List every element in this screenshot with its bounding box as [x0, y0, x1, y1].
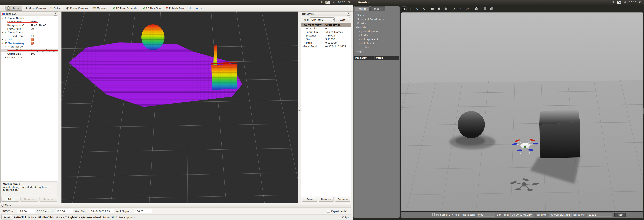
- session-gear-icon[interactable]: ⚙: [639, 1, 642, 4]
- views-tree-row[interactable]: ▸Focal Point-0.33742; 0.4605...: [301, 45, 351, 48]
- select-button[interactable]: Select: [49, 6, 64, 11]
- close-icon[interactable]: ×: [347, 12, 350, 16]
- enabled-checkbox[interactable]: ✓: [31, 38, 34, 41]
- view-property-value[interactable]: 3.11039: [324, 38, 351, 41]
- reset-button[interactable]: Reset: [2, 215, 12, 219]
- view-property-value[interactable]: -0.33742; 0.4605...: [324, 45, 351, 48]
- tree-expand-icon[interactable]: ▸: [359, 30, 361, 33]
- view-type-select[interactable]: Orbit (rviz) ▲▼: [310, 18, 334, 22]
- tree-collapse-icon[interactable]: ▾: [2, 17, 4, 19]
- value-column-header[interactable]: Value: [374, 56, 383, 59]
- remove-tool-button[interactable]: −: [194, 7, 199, 10]
- property-value[interactable]: 100: [31, 52, 35, 55]
- network-indicator-icon[interactable]: ⇅: [321, 1, 323, 4]
- displays-tree-row[interactable]: Queue Size100: [0, 52, 58, 56]
- clock-indicator[interactable]: 10:20: [338, 1, 345, 4]
- select-mode-button[interactable]: [402, 7, 406, 11]
- insert-cylinder-button[interactable]: [443, 7, 448, 11]
- time-field-input[interactable]: [134, 209, 152, 213]
- keyboard-layout-indicator[interactable]: En: [326, 1, 330, 4]
- session-gear-icon[interactable]: ⚙: [348, 1, 350, 4]
- remove-display-button[interactable]: Remove: [20, 197, 38, 202]
- tab-insert[interactable]: Insert: [370, 7, 385, 11]
- zero-view-button[interactable]: Zero: [336, 17, 350, 22]
- toolbar-grip[interactable]: [2, 6, 4, 10]
- enabled-checkbox[interactable]: ✓: [31, 42, 34, 45]
- gazebo-tree-item-models[interactable]: ▾Models: [354, 25, 400, 29]
- save-view-button[interactable]: Save: [302, 197, 317, 202]
- tree-expand-icon[interactable]: ▸: [302, 45, 304, 47]
- tree-expand-icon[interactable]: ▸: [4, 46, 6, 48]
- spinner-arrows-icon[interactable]: ▲▼: [333, 19, 334, 21]
- add-tool-button[interactable]: +: [188, 7, 193, 10]
- interact-button[interactable]: Interact: [6, 6, 22, 11]
- rotate-mode-button[interactable]: ↻: [415, 7, 420, 11]
- unit-box[interactable]: [539, 108, 580, 158]
- close-icon[interactable]: ×: [347, 204, 350, 207]
- gazebo-tree-item-scene[interactable]: Scene: [354, 13, 400, 17]
- view-property-value[interactable]: 0.835398: [324, 41, 351, 44]
- views-tree-row[interactable]: ▾Current ViewOrbit (rviz): [301, 23, 351, 27]
- tree-expand-icon[interactable]: ▸: [359, 39, 361, 41]
- tool-dropdown-icon[interactable]: ▼: [201, 7, 202, 9]
- tree-collapse-icon[interactable]: ▾: [355, 26, 357, 28]
- rename-display-button[interactable]: Rename: [40, 197, 57, 202]
- tree-expand-icon[interactable]: ▸: [359, 35, 361, 37]
- rename-view-button[interactable]: Rename: [335, 197, 350, 202]
- gazebo-reset-button[interactable]: Reset: [614, 213, 626, 217]
- insert-box-button[interactable]: [430, 7, 435, 11]
- tree-collapse-icon[interactable]: ▾: [2, 31, 4, 33]
- screenshot-button[interactable]: [474, 7, 478, 11]
- column-divider[interactable]: [324, 23, 324, 196]
- gazebo-tree-item-link[interactable]: link: [354, 45, 400, 50]
- displays-tree-row[interactable]: ▾✓Global Status:...: [0, 31, 58, 34]
- move-camera-button[interactable]: Move Camera: [24, 6, 48, 11]
- displays-tree-row[interactable]: ✓Fixed FrameOK: [0, 34, 58, 38]
- displays-tree-row[interactable]: Frame Rate30: [0, 27, 58, 31]
- pose-estimate-button[interactable]: 2D Pose Estimate: [110, 6, 139, 11]
- gazebo-tree-item-ground-plane[interactable]: ▸ground_plane: [354, 29, 400, 33]
- steps-label[interactable]: Steps: 1: [440, 213, 450, 216]
- sound-muted-icon[interactable]: [332, 1, 335, 4]
- time-field-input[interactable]: [90, 209, 114, 213]
- focus-camera-button[interactable]: Focus Camera: [64, 6, 90, 11]
- color-swatch[interactable]: [31, 24, 33, 26]
- displays-tree-row[interactable]: ▸◇Grid✓: [0, 38, 58, 41]
- gazebo-3d-viewport[interactable]: Steps: 1 ▼ Real Time Factor: 0.88 Sim Ti…: [401, 13, 643, 218]
- publish-point-button[interactable]: Publish Point: [164, 6, 186, 11]
- unit-sphere[interactable]: [458, 111, 485, 138]
- displays-tree-row[interactable]: ▾MarkerArray✓: [0, 41, 58, 45]
- measure-button[interactable]: Measure: [91, 6, 109, 11]
- tree-expand-icon[interactable]: ▸: [4, 56, 6, 58]
- displays-panel-titlebar[interactable]: Displays ×: [0, 12, 58, 16]
- keyboard-layout-indicator[interactable]: En: [617, 1, 621, 4]
- property-value[interactable]: 30: [31, 28, 34, 30]
- view-property-value[interactable]: Orbit (rviz): [324, 24, 351, 26]
- clock-indicator[interactable]: 10:20: [629, 1, 636, 4]
- point-light-button[interactable]: ☀: [452, 7, 457, 11]
- step-button[interactable]: [436, 213, 438, 216]
- gazebo-tree-item-unit-box-1[interactable]: ▾unit_box_1: [354, 41, 400, 45]
- insert-sphere-button[interactable]: [437, 7, 442, 11]
- time-field-input[interactable]: [55, 209, 73, 213]
- displays-tree-row[interactable]: ▸✓Status: Ok: [0, 45, 58, 49]
- pause-button[interactable]: [432, 213, 434, 216]
- tab-world[interactable]: World: [354, 7, 370, 11]
- views-tree-row[interactable]: Near Clip ...0.01: [301, 27, 351, 30]
- rviz-3d-viewport[interactable]: [62, 12, 298, 203]
- right-panel-grip[interactable]: [643, 107, 644, 114]
- tree-collapse-icon[interactable]: ▾: [2, 42, 4, 44]
- gazebo-tree-item-physics[interactable]: Physics: [354, 21, 400, 25]
- property-value[interactable]: OK: [31, 35, 34, 37]
- remove-view-button[interactable]: Remove: [319, 197, 334, 202]
- paste-button[interactable]: [489, 7, 494, 11]
- gazebo-tree-item-lights[interactable]: ▸Lights: [354, 50, 400, 54]
- copy-button[interactable]: [482, 7, 487, 11]
- displays-tree-row[interactable]: ▾⚙Global Options: [0, 16, 58, 20]
- views-panel-titlebar[interactable]: Views ×: [301, 12, 351, 16]
- directional-light-button[interactable]: //: [465, 7, 470, 11]
- sound-muted-icon[interactable]: [624, 1, 626, 4]
- property-column-header[interactable]: Property: [354, 56, 374, 59]
- steps-dropdown-icon[interactable]: ▼: [452, 214, 453, 215]
- tree-expand-icon[interactable]: ▸: [2, 39, 4, 41]
